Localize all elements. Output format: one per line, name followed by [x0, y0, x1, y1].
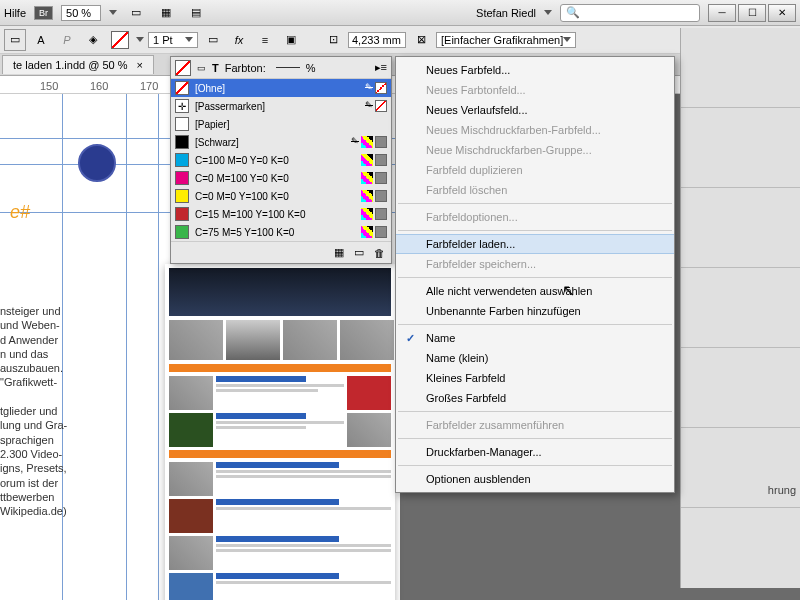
- zoom-level[interactable]: 50 %: [61, 5, 101, 21]
- menu-item[interactable]: Name: [396, 328, 674, 348]
- swatches-footer: ▦ ▭ 🗑: [171, 241, 391, 263]
- menu-item[interactable]: Optionen ausblenden: [396, 469, 674, 489]
- cmyk-icon: [361, 136, 373, 148]
- swatches-header: ▭ T Farbton: % ▸≡: [171, 57, 391, 79]
- user-dropdown-icon[interactable]: [544, 10, 552, 15]
- locked-icon: ✎: [365, 100, 373, 112]
- menu-item[interactable]: Neues Verlaufsfeld...: [396, 100, 674, 120]
- arrange-icon[interactable]: ▦: [155, 2, 177, 24]
- fx-icon[interactable]: fx: [228, 29, 250, 51]
- swatch-item[interactable]: C=0 M=100 Y=0 K=0: [171, 169, 391, 187]
- zoom-dropdown-icon[interactable]: [109, 10, 117, 15]
- swatch-badges: [361, 190, 387, 202]
- swatch-item[interactable]: [Ohne]✎: [171, 79, 391, 97]
- menu-item[interactable]: Kleines Farbfeld: [396, 368, 674, 388]
- menu-item[interactable]: Farbfelder laden...: [396, 234, 674, 254]
- swatch-name: C=0 M=100 Y=0 K=0: [195, 173, 355, 184]
- process-icon: [375, 154, 387, 166]
- swatch-item[interactable]: C=100 M=0 Y=0 K=0: [171, 151, 391, 169]
- char-tool-icon[interactable]: A: [30, 29, 52, 51]
- delete-swatch-icon[interactable]: 🗑: [371, 245, 387, 261]
- swatch-chip: [175, 153, 189, 167]
- swatch-item[interactable]: C=75 M=5 Y=100 K=0: [171, 223, 391, 241]
- wrap-tool-icon[interactable]: ◈: [82, 29, 104, 51]
- swatch-name: C=100 M=0 Y=0 K=0: [195, 155, 355, 166]
- frame-tool-icon[interactable]: ⊠: [410, 29, 432, 51]
- menu-item[interactable]: Name (klein): [396, 348, 674, 368]
- wrap-icon[interactable]: ▣: [280, 29, 302, 51]
- cmyk-icon: [361, 172, 373, 184]
- menu-item: Farbfelder speichern...: [396, 254, 674, 274]
- frame-fit-icon[interactable]: ⊡: [322, 29, 344, 51]
- tint-slider[interactable]: [276, 67, 300, 68]
- menu-item[interactable]: Alle nicht verwendeten auswählen: [396, 281, 674, 301]
- opts-icon[interactable]: ▭: [202, 29, 224, 51]
- swatches-panel[interactable]: ▭ T Farbton: % ▸≡ [Ohne]✎[Passermarken]✎…: [170, 56, 392, 264]
- menu-separator: [398, 203, 672, 204]
- tool-icon[interactable]: ▭: [4, 29, 26, 51]
- swatch-name: [Papier]: [195, 119, 381, 130]
- cmyk-icon: [361, 154, 373, 166]
- menu-item[interactable]: Druckfarben-Manager...: [396, 442, 674, 462]
- process-icon: [375, 226, 387, 238]
- menu-item: Neues Mischdruckfarben-Farbfeld...: [396, 120, 674, 140]
- frame-type-dropdown[interactable]: [Einfacher Grafikrahmen]: [436, 32, 576, 48]
- stroke-value: 1 Pt: [153, 34, 173, 46]
- panel-label: hrung: [681, 428, 800, 508]
- menu-item: Farbfelder zusammenführen: [396, 415, 674, 435]
- stroke-weight[interactable]: 1 Pt: [148, 32, 198, 48]
- menu-item: Farbfeldoptionen...: [396, 207, 674, 227]
- para-tool-icon[interactable]: P: [56, 29, 78, 51]
- swatch-item[interactable]: [Schwarz]✎: [171, 133, 391, 151]
- window-controls: ─ ☐ ✕: [708, 4, 796, 22]
- fill-stroke-icon[interactable]: [108, 29, 132, 51]
- swatch-item[interactable]: C=0 M=0 Y=100 K=0: [171, 187, 391, 205]
- measure-input[interactable]: [348, 32, 406, 48]
- help-menu[interactable]: Hilfe: [4, 7, 26, 19]
- locked-icon: ✎: [351, 136, 359, 148]
- screen-mode-icon[interactable]: ▭: [125, 2, 147, 24]
- menu-item[interactable]: Großes Farbfeld: [396, 388, 674, 408]
- view-options-icon[interactable]: ▤: [185, 2, 207, 24]
- ruler-tick: 160: [90, 80, 108, 92]
- formatting-icon[interactable]: ▭: [197, 63, 206, 73]
- swatch-chip: [175, 225, 189, 239]
- menu-separator: [398, 465, 672, 466]
- search-input[interactable]: [560, 4, 700, 22]
- text-icon[interactable]: T: [212, 62, 219, 74]
- bridge-button[interactable]: Br: [34, 6, 53, 20]
- swatch-chip: [175, 99, 189, 113]
- menu-item[interactable]: Neues Farbfeld...: [396, 60, 674, 80]
- swatch-badges: [361, 226, 387, 238]
- swatches-flyout-menu[interactable]: Neues Farbfeld...Neues Farbtonfeld...Neu…: [395, 56, 675, 493]
- menu-separator: [398, 230, 672, 231]
- locked-icon: ✎: [365, 82, 373, 94]
- swatch-badges: [361, 172, 387, 184]
- body-text: nsteiger und und Weben- d Anwender n und…: [0, 304, 130, 518]
- fill-proxy-icon[interactable]: [175, 60, 191, 76]
- swatch-badges: ✎: [351, 136, 387, 148]
- swatch-item[interactable]: [Papier]: [171, 115, 391, 133]
- close-button[interactable]: ✕: [768, 4, 796, 22]
- close-tab-icon[interactable]: ×: [137, 59, 143, 71]
- align-icon[interactable]: ≡: [254, 29, 276, 51]
- user-name[interactable]: Stefan Riedl: [476, 7, 536, 19]
- show-options-icon[interactable]: ▦: [331, 245, 347, 261]
- right-panel-dock[interactable]: hrung: [680, 28, 800, 588]
- process-icon: [375, 190, 387, 202]
- doc-tab-label: te laden 1.indd @ 50 %: [13, 59, 128, 71]
- swatch-item[interactable]: C=15 M=100 Y=100 K=0: [171, 205, 391, 223]
- new-swatch-icon[interactable]: ▭: [351, 245, 367, 261]
- process-icon: [375, 172, 387, 184]
- decorative-text: e#: [10, 202, 30, 223]
- swatch-name: [Schwarz]: [195, 137, 345, 148]
- fill-dropdown-icon[interactable]: [136, 37, 144, 42]
- menu-item[interactable]: Unbenannte Farben hinzufügen: [396, 301, 674, 321]
- maximize-button[interactable]: ☐: [738, 4, 766, 22]
- minimize-button[interactable]: ─: [708, 4, 736, 22]
- chevron-down-icon: [563, 37, 571, 42]
- panel-menu-icon[interactable]: ▸≡: [375, 61, 387, 74]
- swatch-item[interactable]: [Passermarken]✎: [171, 97, 391, 115]
- doc-tab[interactable]: te laden 1.indd @ 50 % ×: [2, 55, 154, 74]
- cmyk-icon: [361, 208, 373, 220]
